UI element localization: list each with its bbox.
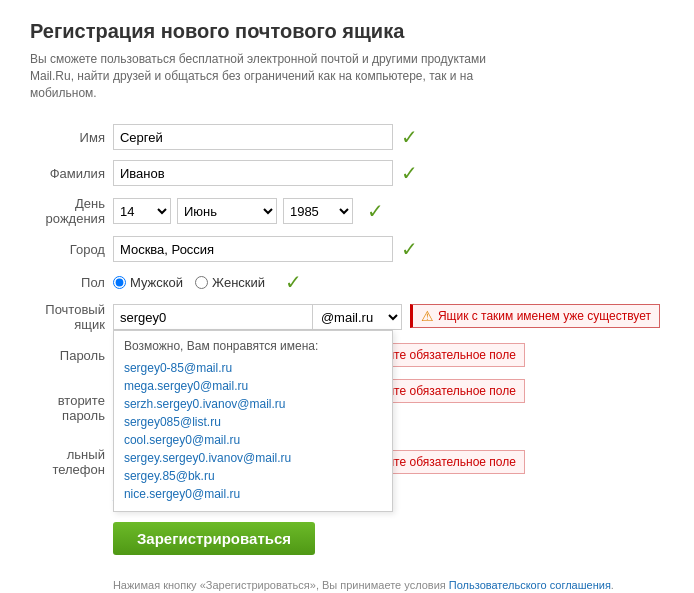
- name-label: Имя: [30, 119, 109, 155]
- email-error-badge: ⚠ Ящик с таким именем уже существует: [410, 304, 660, 328]
- email-input-cell: @mail.ru @inbox.ru @list.ru @bk.ru Возмо…: [109, 297, 664, 337]
- surname-input[interactable]: [113, 160, 393, 186]
- suggestion-item-2[interactable]: serzh.sergey0.ivanov@mail.ru: [124, 395, 382, 413]
- register-button[interactable]: Зарегистрироваться: [113, 522, 315, 555]
- user-agreement-link[interactable]: Пользовательского соглашения: [449, 579, 611, 591]
- city-row: Город ✓: [30, 231, 664, 267]
- birthday-input-cell: 14 Июнь 1985 ✓: [109, 191, 664, 231]
- suggestion-item-3[interactable]: sergey085@list.ru: [124, 413, 382, 431]
- registration-form: Имя ✓ Фамилия ✓: [30, 119, 664, 593]
- city-input-cell: ✓: [109, 231, 664, 267]
- suggestion-item-7[interactable]: nice.sergey0@mail.ru: [124, 485, 382, 503]
- gender-male-label: Мужской: [130, 275, 183, 290]
- birthday-day-select[interactable]: 14: [113, 198, 171, 224]
- password-label: Пароль: [30, 337, 109, 373]
- gender-label: Пол: [30, 267, 109, 297]
- birthday-checkmark: ✓: [367, 201, 384, 221]
- gender-female-option[interactable]: Женский: [195, 275, 265, 290]
- email-row-wrap: @mail.ru @inbox.ru @list.ru @bk.ru Возмо…: [113, 304, 660, 330]
- email-suggestions-dropdown: Возможно, Вам понравятся имена: sergey0-…: [113, 330, 393, 512]
- repeat-password-label: вторите пароль: [30, 373, 109, 442]
- register-btn-cell: Зарегистрироваться: [109, 507, 664, 570]
- birthday-label: День рождения: [30, 191, 109, 231]
- email-row: Почтовый ящик @mail.ru @inbox.ru @list.r…: [30, 297, 664, 337]
- city-checkmark: ✓: [401, 239, 418, 259]
- city-input-row: ✓: [113, 236, 660, 262]
- suggestion-item-1[interactable]: mega.sergey0@mail.ru: [124, 377, 382, 395]
- name-row: Имя ✓: [30, 119, 664, 155]
- subtitle: Вы сможете пользоваться бесплатной элект…: [30, 51, 530, 101]
- suggestion-item-5[interactable]: sergey.sergey0.ivanov@mail.ru: [124, 449, 382, 467]
- suggestions-title: Возможно, Вам понравятся имена:: [124, 339, 382, 353]
- email-warn-icon: ⚠: [421, 308, 434, 324]
- page-wrapper: Регистрация нового почтового ящика Вы см…: [0, 0, 694, 593]
- name-checkmark: ✓: [401, 127, 418, 147]
- suggestion-item-0[interactable]: sergey0-85@mail.ru: [124, 359, 382, 377]
- suggestion-item-6[interactable]: sergey.85@bk.ru: [124, 467, 382, 485]
- name-input[interactable]: [113, 124, 393, 150]
- surname-input-cell: ✓: [109, 155, 664, 191]
- birthday-row: День рождения 14 Июнь 1985 ✓: [30, 191, 664, 231]
- email-input-wrap: @mail.ru @inbox.ru @list.ru @bk.ru Возмо…: [113, 304, 402, 330]
- bottom-text-cell: Нажимая кнопку «Зарегистрироваться», Вы …: [109, 570, 664, 593]
- birthday-month-select[interactable]: Июнь: [177, 198, 277, 224]
- email-label: Почтовый ящик: [30, 297, 109, 337]
- email-error-text: Ящик с таким именем уже существует: [438, 309, 651, 323]
- city-input[interactable]: [113, 236, 393, 262]
- phone-label: льный телефон: [30, 442, 109, 482]
- birthday-inputs: 14 Июнь 1985 ✓: [113, 198, 660, 224]
- domain-select[interactable]: @mail.ru @inbox.ru @list.ru @bk.ru: [313, 304, 402, 330]
- name-input-row: ✓: [113, 124, 660, 150]
- surname-input-row: ✓: [113, 160, 660, 186]
- surname-checkmark: ✓: [401, 163, 418, 183]
- no-phone-label-cell: [30, 482, 109, 507]
- register-label-cell: [30, 507, 109, 570]
- email-input[interactable]: [113, 304, 313, 330]
- birthday-year-select[interactable]: 1985: [283, 198, 353, 224]
- gender-row: Пол Мужской Женский ✓: [30, 267, 664, 297]
- register-row: Зарегистрироваться: [30, 507, 664, 570]
- gender-male-option[interactable]: Мужской: [113, 275, 183, 290]
- surname-label: Фамилия: [30, 155, 109, 191]
- gender-male-radio[interactable]: [113, 276, 126, 289]
- gender-female-radio[interactable]: [195, 276, 208, 289]
- bottom-text: Нажимая кнопку «Зарегистрироваться», Вы …: [113, 579, 660, 591]
- suggestion-item-4[interactable]: cool.sergey0@mail.ru: [124, 431, 382, 449]
- name-input-cell: ✓: [109, 119, 664, 155]
- bottom-text-row: Нажимая кнопку «Зарегистрироваться», Вы …: [30, 570, 664, 593]
- gender-checkmark: ✓: [285, 272, 302, 292]
- bottom-text-label-cell: [30, 570, 109, 593]
- bottom-text-content: Нажимая кнопку «Зарегистрироваться», Вы …: [113, 579, 446, 591]
- page-title: Регистрация нового почтового ящика: [30, 20, 664, 43]
- gender-options: Мужской Женский ✓: [113, 272, 660, 292]
- gender-input-cell: Мужской Женский ✓: [109, 267, 664, 297]
- surname-row: Фамилия ✓: [30, 155, 664, 191]
- email-field-row: @mail.ru @inbox.ru @list.ru @bk.ru: [113, 304, 402, 330]
- gender-female-label: Женский: [212, 275, 265, 290]
- city-label: Город: [30, 231, 109, 267]
